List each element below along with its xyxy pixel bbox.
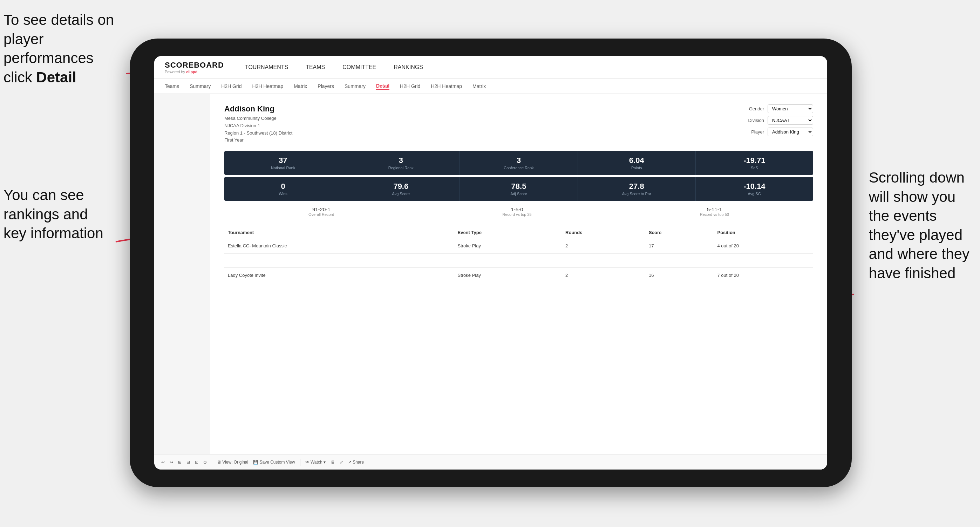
player-year: First Year (224, 137, 292, 144)
rounds-2: 2 (562, 268, 645, 283)
toolbar-grid2[interactable]: ⊟ (186, 460, 190, 465)
toolbar-save-custom[interactable]: 💾 Save Custom View (253, 460, 295, 465)
event-type-1: Stroke Play (454, 238, 562, 254)
stat-avg-sg: -10.14 Avg SG (696, 177, 813, 201)
stat-national-rank: 37 National Rank (224, 151, 342, 175)
filter-player-row: Player Addison King (743, 127, 813, 136)
toolbar-sep2 (300, 459, 301, 466)
filter-division-row: Division NJCAA I (743, 116, 813, 125)
position-1: 4 out of 20 (714, 238, 813, 254)
tablet-screen: SCOREBOARD Powered by clippd TOURNAMENTS… (154, 56, 827, 470)
points-label: Points (581, 166, 692, 170)
adj-score-value: 78.5 (463, 182, 574, 191)
sos-value: -19.71 (699, 156, 810, 165)
toolbar-watch[interactable]: 👁 Watch ▾ (305, 460, 326, 465)
logo-area: SCOREBOARD Powered by clippd (165, 60, 224, 74)
toolbar-screen[interactable]: 🖥 (331, 460, 335, 465)
nav-tournaments[interactable]: TOURNAMENTS (245, 63, 288, 72)
stat-adj-score: 78.5 Adj Score (460, 177, 578, 201)
table-body: Estella CC- Mountain Classic Stroke Play… (224, 238, 813, 283)
sub-nav-summary[interactable]: Summary (189, 83, 211, 90)
player-region: Region 1 - Southwest (18) District (224, 130, 292, 137)
sub-nav-matrix[interactable]: Matrix (294, 83, 307, 90)
sub-nav-h2h-grid[interactable]: H2H Grid (221, 83, 242, 90)
sub-nav-teams[interactable]: Teams (165, 83, 179, 90)
table-row (224, 254, 813, 268)
toolbar-grid3[interactable]: ⊡ (195, 460, 198, 465)
sub-nav-detail[interactable]: Detail (376, 83, 390, 90)
regional-rank-label: Regional Rank (345, 166, 456, 170)
player-filters: Gender Women Division NJCAA I (743, 105, 813, 136)
record-top50: 5-11-1 Record vs top 50 (700, 206, 729, 217)
player-name: Addison King (224, 105, 292, 114)
left-sidebar (154, 94, 210, 454)
col-rounds: Rounds (562, 227, 645, 238)
nav-teams[interactable]: TEAMS (305, 63, 325, 72)
sub-nav-h2h-heatmap[interactable]: H2H Heatmap (252, 83, 283, 90)
avg-sg-label: Avg SG (699, 192, 810, 196)
toolbar-share[interactable]: ↗ Share (348, 460, 364, 465)
avg-score-value: 79.6 (345, 182, 456, 191)
stat-avg-score-par: 27.8 Avg Score to Par (578, 177, 696, 201)
filter-gender-row: Gender Women (743, 105, 813, 113)
nav-items: TOURNAMENTS TEAMS COMMITTEE RANKINGS (245, 63, 423, 72)
toolbar-grid4[interactable]: ⊙ (203, 460, 207, 465)
score-1: 17 (645, 238, 714, 254)
wins-value: 0 (228, 182, 338, 191)
toolbar-sep1 (212, 459, 212, 466)
division-label: Division (743, 118, 764, 123)
overall-record-label: Overall Record (309, 212, 334, 217)
toolbar-view-original[interactable]: 🖥 View: Original (217, 460, 248, 465)
toolbar-expand[interactable]: ⤢ (340, 460, 343, 465)
stat-sos: -19.71 SoS (696, 151, 813, 175)
player-college: Mesa Community College (224, 115, 292, 122)
sub-nav-h2h-heatmap2[interactable]: H2H Heatmap (431, 83, 462, 90)
logo-subtitle: Powered by clippd (165, 70, 224, 74)
nav-rankings[interactable]: RANKINGS (394, 63, 423, 72)
stats-row-2: 0 Wins 79.6 Avg Score 78.5 Adj Score 27.… (224, 177, 813, 201)
table-row: Estella CC- Mountain Classic Stroke Play… (224, 238, 813, 254)
regional-rank-value: 3 (345, 156, 456, 165)
position-2: 7 out of 20 (714, 268, 813, 283)
top-nav: SCOREBOARD Powered by clippd TOURNAMENTS… (154, 56, 827, 78)
records-row: 91-20-1 Overall Record 1-5-0 Record vs t… (224, 203, 813, 220)
rounds-1: 2 (562, 238, 645, 254)
col-tournament: Tournament (224, 227, 454, 238)
conference-rank-label: Conference Rank (463, 166, 574, 170)
toolbar-redo[interactable]: ↪ (170, 460, 173, 465)
player-select[interactable]: Addison King (768, 127, 813, 136)
division-select[interactable]: NJCAA I (768, 116, 813, 125)
col-position: Position (714, 227, 813, 238)
content-area: Addison King Mesa Community College NJCA… (210, 94, 827, 454)
tournament-name-1: Estella CC- Mountain Classic (224, 238, 454, 254)
logo-title: SCOREBOARD (165, 60, 224, 70)
nav-committee[interactable]: COMMITTEE (342, 63, 376, 72)
sub-nav-h2h-grid2[interactable]: H2H Grid (400, 83, 420, 90)
adj-score-label: Adj Score (463, 192, 574, 196)
tournament-name-2: Lady Coyote Invite (224, 268, 454, 283)
toolbar: ↩ ↪ ⊞ ⊟ ⊡ ⊙ 🖥 View: Original 💾 Save Cust… (154, 454, 827, 470)
stat-conference-rank: 3 Conference Rank (460, 151, 578, 175)
gender-select[interactable]: Women (768, 105, 813, 113)
stat-avg-score: 79.6 Avg Score (342, 177, 460, 201)
gender-label: Gender (743, 106, 764, 111)
tournaments-table: Tournament Event Type Rounds Score Posit… (224, 227, 813, 283)
annotation-topleft: To see details on player performances cl… (3, 11, 123, 87)
sub-nav-players[interactable]: Players (318, 83, 334, 90)
score-2: 16 (645, 268, 714, 283)
avg-score-label: Avg Score (345, 192, 456, 196)
wins-label: Wins (228, 192, 338, 196)
sos-label: SoS (699, 166, 810, 170)
stat-points: 6.04 Points (578, 151, 696, 175)
toolbar-grid1[interactable]: ⊞ (178, 460, 181, 465)
stat-wins: 0 Wins (224, 177, 342, 201)
col-score: Score (645, 227, 714, 238)
overall-record-value: 91-20-1 (309, 206, 334, 212)
sub-nav-matrix2[interactable]: Matrix (473, 83, 486, 90)
sub-nav-summary2[interactable]: Summary (345, 83, 366, 90)
avg-score-par-value: 27.8 (581, 182, 692, 191)
record-overall: 91-20-1 Overall Record (309, 206, 334, 217)
event-type-2: Stroke Play (454, 268, 562, 283)
toolbar-undo[interactable]: ↩ (161, 460, 165, 465)
record-top25: 1-5-0 Record vs top 25 (503, 206, 532, 217)
